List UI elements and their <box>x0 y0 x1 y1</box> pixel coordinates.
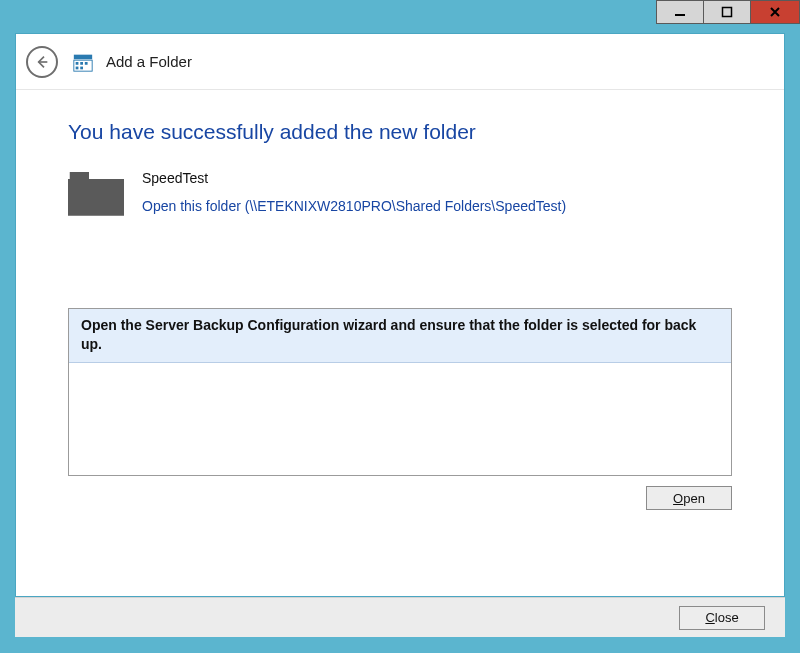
wizard-header: Add a Folder <box>16 34 784 90</box>
wizard-footer: Close <box>15 597 785 637</box>
wizard-title: Add a Folder <box>106 53 192 70</box>
open-button-row: Open <box>68 486 732 510</box>
info-box: Open the Server Backup Configuration wiz… <box>68 308 732 476</box>
close-button-accelerator: C <box>705 610 714 625</box>
folder-name: SpeedTest <box>142 170 566 186</box>
svg-rect-11 <box>68 179 124 216</box>
open-folder-link[interactable]: Open this folder (\\ETEKNIXW2810PRO\Shar… <box>142 198 566 214</box>
wizard-panel: Add a Folder You have successfully added… <box>15 33 785 597</box>
folder-summary: SpeedTest Open this folder (\\ETEKNIXW28… <box>68 170 732 220</box>
success-heading: You have successfully added the new fold… <box>68 120 732 144</box>
open-button-accelerator: O <box>673 491 683 506</box>
svg-rect-3 <box>74 54 92 59</box>
back-button[interactable] <box>26 46 58 78</box>
wizard-content: You have successfully added the new fold… <box>16 90 784 520</box>
folder-info: SpeedTest Open this folder (\\ETEKNIXW28… <box>142 170 566 214</box>
svg-rect-8 <box>76 66 79 69</box>
maximize-button[interactable] <box>703 0 751 24</box>
folder-icon <box>68 170 124 220</box>
svg-rect-7 <box>85 62 88 65</box>
window-close-button[interactable] <box>750 0 800 24</box>
open-button-rest: pen <box>683 491 705 506</box>
close-button-rest: lose <box>715 610 739 625</box>
minimize-button[interactable] <box>656 0 704 24</box>
svg-rect-6 <box>80 62 83 65</box>
window-titlebar <box>0 0 800 33</box>
svg-rect-5 <box>76 62 79 65</box>
open-button[interactable]: Open <box>646 486 732 510</box>
svg-rect-4 <box>74 60 92 71</box>
svg-rect-0 <box>675 14 685 16</box>
info-box-message: Open the Server Backup Configuration wiz… <box>69 309 731 363</box>
svg-rect-1 <box>723 8 732 17</box>
svg-rect-9 <box>80 66 83 69</box>
close-button[interactable]: Close <box>679 606 765 630</box>
calendar-icon <box>72 51 94 73</box>
svg-rect-10 <box>70 172 89 179</box>
